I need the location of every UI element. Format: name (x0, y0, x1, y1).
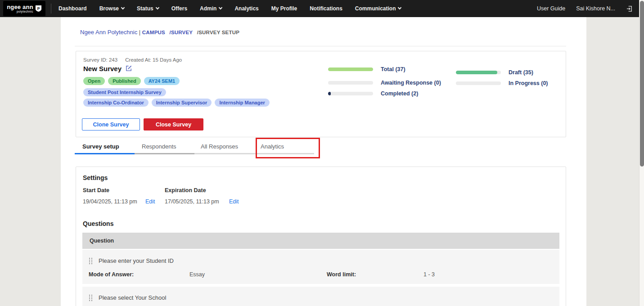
tab-survey-setup[interactable]: Survey setup (82, 143, 119, 150)
question-text: Please enter your Student ID (99, 257, 174, 264)
start-date-value: 19/04/2025, 11:13 pm (83, 198, 137, 205)
progress-bar (456, 71, 501, 74)
questions-table: Question Please enter your Student ID (82, 233, 559, 306)
chevron-down-icon (219, 6, 222, 9)
chevron-down-icon (155, 6, 159, 9)
progress-bar (328, 81, 373, 85)
expiration-date-value: 17/05/2025, 11:13 pm (165, 198, 219, 205)
breadcrumb-survey[interactable]: /SURVEY (170, 30, 193, 35)
nav-item-admin[interactable]: Admin (200, 5, 222, 12)
nav-item-browse[interactable]: Browse (99, 5, 124, 12)
tab-indicator-active (75, 153, 135, 154)
questions-heading: Questions (83, 220, 113, 227)
nav-right-section: User Guide Sai Kishore N... (537, 5, 633, 12)
status-badge-open: Open (83, 77, 105, 85)
survey-type-badge: Student Post Internship Survey (83, 88, 166, 96)
progress-bar (456, 81, 501, 85)
drag-handle-icon[interactable] (89, 258, 93, 264)
word-limit-value: 1 - 3 (423, 271, 559, 278)
divider (75, 46, 566, 46)
tab-indicator (135, 153, 194, 154)
close-survey-button[interactable]: Close Survey (144, 118, 203, 130)
nav-item-status[interactable]: Status (137, 5, 159, 12)
logo-line1: ngee ann (7, 4, 33, 10)
nav-divider (51, 4, 51, 14)
term-badge: AY24 SEM1 (144, 77, 180, 85)
mode-of-answer-value: Essay (189, 271, 327, 278)
page-scrollbar[interactable] (639, 0, 644, 306)
stat-draft: Draft (35) (456, 69, 533, 76)
user-name-menu[interactable]: Sai Kishore N... (576, 5, 615, 12)
chevron-down-icon (398, 6, 401, 9)
question-row: Please select Your School Mode of Answer… (82, 287, 559, 306)
stat-completed: Completed (2) (328, 90, 418, 97)
nav-item-offers[interactable]: Offers (171, 5, 187, 12)
nav-item-dashboard[interactable]: Dashboard (59, 5, 87, 12)
role-badge: Internship Co-Ordinator (83, 99, 149, 107)
question-row: Please enter your Student ID Mode of Ans… (82, 250, 559, 284)
edit-title-icon[interactable] (126, 65, 132, 72)
breadcrumb-campus[interactable]: CAMPUS (142, 30, 165, 35)
nav-menu: Dashboard Browse Status Offers Admin Ana… (59, 5, 401, 12)
stat-awaiting-response: Awaiting Response (0) (328, 80, 441, 86)
survey-summary-card: Survey ID: 243 Created At: 15 Days Ago N… (76, 51, 566, 137)
edit-start-date-link[interactable]: Edit (145, 198, 155, 205)
edit-expiration-date-link[interactable]: Edit (229, 198, 239, 205)
settings-heading: Settings (83, 174, 108, 181)
clone-survey-button[interactable]: Clone Survey (82, 118, 140, 130)
chevron-down-icon (121, 6, 125, 9)
status-badge-published: Published (108, 77, 141, 85)
main-content: Ngee Ann Polytechnic | CAMPUS /SURVEY /S… (61, 17, 586, 306)
breadcrumb-survey-setup: /SURVEY SETUP (197, 30, 239, 35)
svg-text:P: P (37, 6, 40, 11)
nav-item-my-profile[interactable]: My Profile (271, 5, 297, 12)
question-text: Please select Your School (99, 294, 166, 301)
nav-item-analytics[interactable]: Analytics (234, 5, 258, 12)
nav-item-notifications[interactable]: Notifications (310, 5, 342, 12)
survey-id: Survey ID: 243 (83, 57, 117, 63)
top-navigation-bar: ngee ann polytechnic P Dashboard Browse … (0, 0, 639, 17)
stat-in-progress: In Progress (0) (456, 80, 548, 86)
mode-of-answer-label: Mode of Answer: (89, 271, 189, 278)
stat-total: Total (37) (328, 66, 405, 72)
breadcrumb: Ngee Ann Polytechnic | CAMPUS /SURVEY /S… (80, 29, 239, 36)
tab-all-responses[interactable]: All Responses (201, 143, 238, 150)
logo-shield-icon: P (35, 5, 42, 12)
logout-icon[interactable] (626, 5, 633, 12)
survey-created-at: Created At: 15 Days Ago (125, 57, 182, 63)
survey-title: New Survey (83, 65, 132, 72)
nav-item-communication[interactable]: Communication (355, 5, 401, 12)
tab-analytics[interactable]: Analytics (261, 143, 284, 150)
user-guide-link[interactable]: User Guide (537, 5, 565, 12)
tab-respondents[interactable]: Respondents (142, 143, 176, 150)
expiration-date-label: Expiration Date (165, 187, 206, 194)
role-badge: Internship Manager (215, 99, 269, 107)
breadcrumb-root[interactable]: Ngee Ann Polytechnic (80, 29, 137, 36)
progress-bar (328, 68, 373, 71)
progress-bar (328, 92, 373, 95)
word-limit-label: Word limit: (327, 271, 423, 278)
tab-indicator (194, 153, 314, 154)
questions-table-header: Question (82, 233, 559, 249)
drag-handle-icon[interactable] (89, 295, 93, 301)
role-badge: Internship Supervisor (152, 99, 212, 107)
logo-line2: polytechnic (7, 10, 33, 14)
scrollbar-thumb[interactable] (640, 1, 644, 166)
settings-card: Settings Start Date Expiration Date 19/0… (76, 166, 566, 306)
start-date-label: Start Date (83, 187, 109, 194)
ngee-ann-logo[interactable]: ngee ann polytechnic P (3, 1, 45, 16)
